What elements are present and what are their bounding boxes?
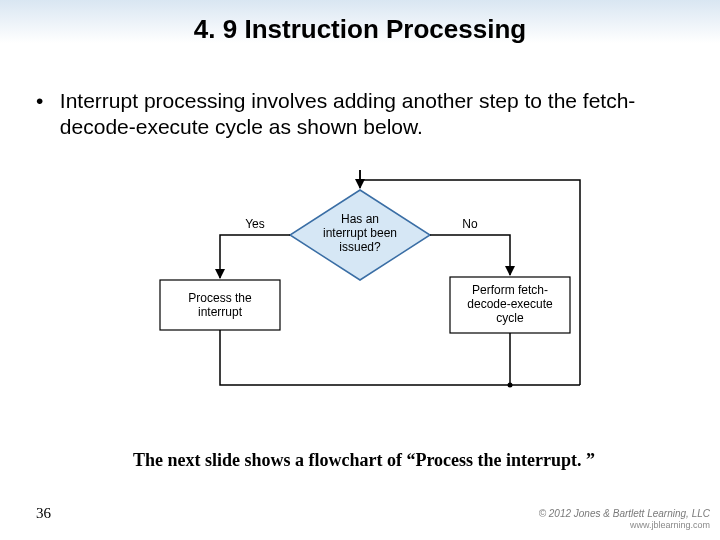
flowchart: Has an interrupt been issued? Yes No Pro…: [120, 170, 600, 420]
edge-yes: [220, 235, 290, 278]
bullet-text: Interrupt processing involves adding ano…: [60, 88, 680, 141]
process-interrupt-text-2: interrupt: [198, 305, 243, 319]
decision-text-3: issued?: [339, 240, 381, 254]
slide-title: 4. 9 Instruction Processing: [0, 14, 720, 45]
edge-left-merge: [220, 330, 580, 385]
process-interrupt-text-1: Process the: [188, 291, 252, 305]
edge-no: [430, 235, 510, 275]
copyright-line1: © 2012 Jones & Bartlett Learning, LLC: [539, 508, 710, 520]
label-yes: Yes: [245, 217, 265, 231]
decision-text-1: Has an: [341, 212, 379, 226]
footnote: The next slide shows a flowchart of “Pro…: [70, 448, 658, 473]
fde-text-1: Perform fetch-: [472, 283, 548, 297]
label-no: No: [462, 217, 478, 231]
bullet-item: • Interrupt processing involves adding a…: [36, 88, 690, 141]
flowchart-svg: Has an interrupt been issued? Yes No Pro…: [120, 170, 600, 420]
page-number: 36: [36, 505, 51, 522]
fde-text-3: cycle: [496, 311, 524, 325]
copyright: © 2012 Jones & Bartlett Learning, LLC ww…: [539, 508, 710, 530]
merge-node-icon: [508, 383, 513, 388]
bullet-dot: •: [36, 88, 54, 114]
fde-text-2: decode-execute: [467, 297, 553, 311]
decision-text-2: interrupt been: [323, 226, 397, 240]
slide: 4. 9 Instruction Processing • Interrupt …: [0, 0, 720, 540]
copyright-line2: www.jblearning.com: [539, 520, 710, 530]
